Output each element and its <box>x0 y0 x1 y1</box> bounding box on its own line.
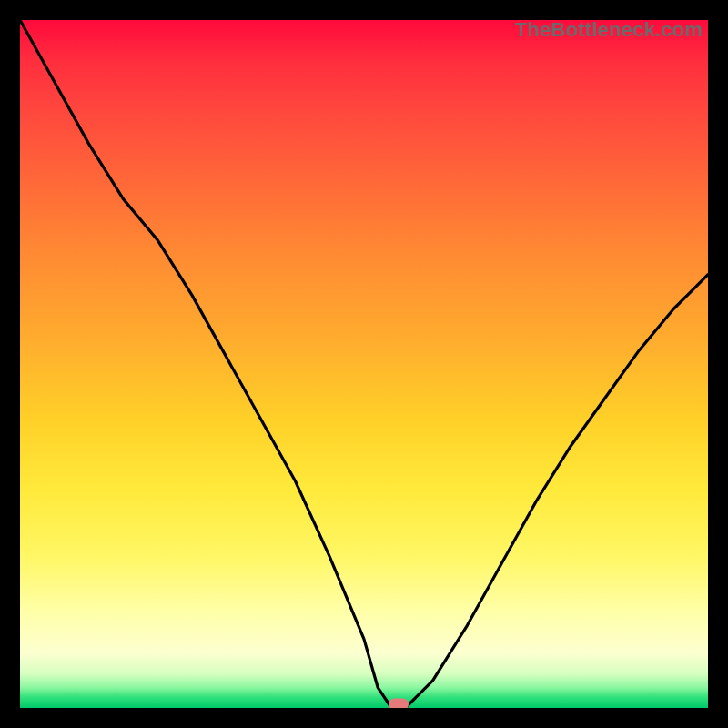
bottleneck-curve <box>20 20 708 708</box>
watermark-text: TheBottleneck.com <box>515 20 703 40</box>
chart-stage: TheBottleneck.com <box>0 0 728 728</box>
optimum-marker <box>389 699 409 709</box>
plot-area: TheBottleneck.com <box>20 20 708 708</box>
